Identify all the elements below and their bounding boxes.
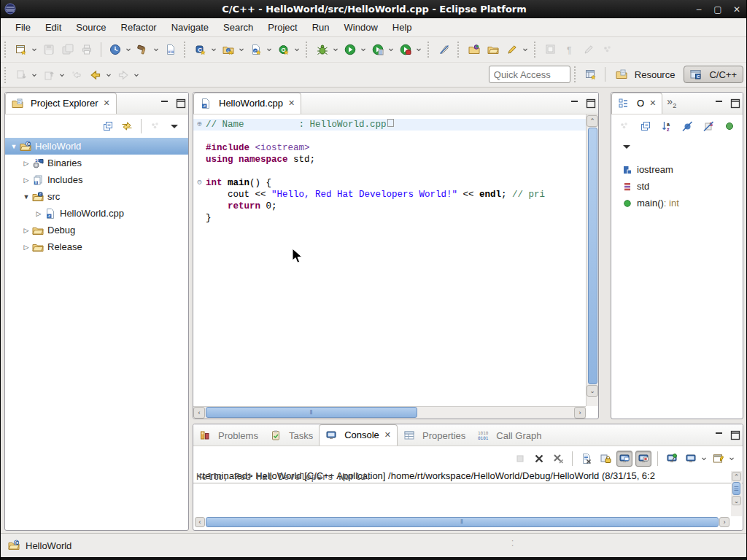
new-c-file-button[interactable]: c	[248, 42, 264, 58]
fold-marker-icon[interactable]: ⊕	[193, 119, 206, 131]
menu-source[interactable]: Source	[69, 20, 113, 35]
dropdown-chevron-icon[interactable]	[125, 42, 132, 58]
collapse-twisty-icon[interactable]: ▼	[20, 193, 32, 201]
dropdown-chevron-icon[interactable]	[105, 67, 112, 83]
edit-pen-button[interactable]	[581, 42, 597, 58]
dots-button[interactable]	[617, 118, 632, 134]
print-button[interactable]	[79, 42, 95, 58]
minimize-view-icon[interactable]	[569, 98, 578, 106]
code-line[interactable]: ⊖int main() {	[193, 177, 586, 189]
minimize-view-icon[interactable]	[713, 429, 722, 438]
tree-item-release[interactable]: ▷Release	[5, 238, 188, 255]
open-perspective-button[interactable]	[583, 66, 599, 82]
tree-item-binaries[interactable]: ▷10Binaries	[5, 155, 188, 171]
profile-button[interactable]	[107, 42, 123, 58]
remove-launch-button[interactable]	[531, 451, 547, 467]
dropdown-chevron-icon[interactable]	[700, 451, 708, 467]
dropdown-chevron-icon[interactable]	[728, 451, 735, 467]
tree-item-src[interactable]: ▼csrc	[5, 188, 188, 205]
dropdown-chevron-icon[interactable]	[266, 42, 273, 58]
toolbar-handle[interactable]	[457, 42, 461, 58]
console-horizontal-scrollbar[interactable]: ‹ ⦀ ›	[195, 517, 729, 529]
dropdown-chevron-icon[interactable]	[238, 42, 245, 58]
code-editor[interactable]: ⊕// Name : HelloWorld.cpp#include <iostr…	[193, 114, 586, 406]
run-history-button[interactable]	[370, 42, 386, 58]
hide-static-button[interactable]: S	[701, 118, 716, 134]
link-editor-button[interactable]	[119, 118, 135, 134]
outline-item-std[interactable]: std	[611, 178, 743, 195]
close-icon[interactable]: ✕	[288, 98, 295, 108]
collapse-all-button[interactable]	[638, 118, 654, 134]
editor-vertical-scrollbar[interactable]: ⌃ ⌄	[586, 114, 598, 406]
minimize-view-icon[interactable]	[159, 98, 168, 106]
last-edit-button[interactable]	[69, 67, 85, 83]
code-line[interactable]: using namespace std;	[193, 154, 586, 166]
minimize-window-icon[interactable]: –	[694, 4, 704, 15]
code-line[interactable]: return 0;	[193, 201, 586, 212]
scroll-right-icon[interactable]: ›	[719, 517, 729, 527]
perspective-resource[interactable]: Resource	[610, 66, 681, 83]
binary-doc-button[interactable]: 010	[163, 42, 179, 58]
scroll-right-icon[interactable]: ›	[574, 407, 586, 419]
open-resource-button[interactable]	[485, 42, 501, 58]
new-cpp-project-button[interactable]: G	[276, 42, 292, 58]
toolbar-handle[interactable]	[427, 42, 431, 58]
expand-twisty-icon[interactable]: ▷	[20, 160, 32, 167]
sort-az-button[interactable]: az	[659, 118, 674, 134]
open-element-button[interactable]	[466, 42, 482, 58]
clear-console-button[interactable]	[578, 451, 595, 467]
quick-access-input[interactable]	[489, 66, 570, 83]
maximize-view-icon[interactable]	[585, 98, 594, 106]
collapse-twisty-icon[interactable]: ▼	[8, 143, 20, 150]
tab-problems[interactable]: Problems	[193, 426, 264, 446]
toolbar-handle[interactable]	[4, 67, 8, 83]
dropdown-chevron-icon[interactable]	[387, 42, 395, 58]
open-console-button[interactable]	[711, 451, 727, 467]
dots-button[interactable]	[600, 42, 616, 58]
scroll-lock-button[interactable]	[597, 451, 614, 467]
console-output[interactable]: Hello, Red Hat Developers World!	[193, 471, 731, 516]
menu-refactor[interactable]: Refactor	[114, 20, 164, 35]
toolbar-handle[interactable]	[4, 42, 8, 58]
save-all-button[interactable]	[60, 42, 76, 58]
dropdown-chevron-icon[interactable]	[31, 67, 38, 83]
outline-item-iostream[interactable]: iostream	[611, 161, 743, 178]
menu-search[interactable]: Search	[216, 20, 260, 35]
collapse-all-button[interactable]	[100, 118, 116, 134]
dropdown-chevron-icon[interactable]	[360, 42, 367, 58]
show-stdout-button[interactable]	[616, 451, 632, 467]
run-button[interactable]	[342, 42, 358, 58]
scrollbar-thumb[interactable]: ⦀	[206, 407, 417, 418]
scroll-left-icon[interactable]: ‹	[193, 407, 205, 419]
dropdown-chevron-icon[interactable]	[152, 42, 160, 58]
menu-file[interactable]: File	[8, 20, 38, 35]
new-c-folder-button[interactable]: c	[220, 42, 236, 58]
dropdown-chevron-icon[interactable]	[31, 42, 38, 58]
toolbar-handle[interactable]	[184, 42, 187, 58]
menu-project[interactable]: Project	[260, 20, 304, 35]
scroll-up-icon[interactable]: ⌃	[587, 115, 598, 127]
scroll-down-icon[interactable]: ⌄	[732, 496, 741, 505]
perspective-c-c-[interactable]: CC/C++	[684, 66, 743, 83]
scrollbar-thumb[interactable]	[588, 128, 597, 384]
build-hammer-button[interactable]	[135, 42, 151, 58]
close-icon[interactable]: ✕	[649, 98, 656, 108]
fold-marker-icon[interactable]: ⊖	[193, 177, 206, 189]
view-menu-button[interactable]	[166, 118, 182, 134]
dropdown-chevron-icon[interactable]	[133, 67, 140, 83]
toolbar-handle[interactable]	[574, 66, 578, 82]
dropdown-chevron-icon[interactable]	[415, 42, 422, 58]
scroll-down-icon[interactable]: ⌄	[587, 385, 598, 397]
annotate-pen-button[interactable]	[504, 42, 520, 58]
new-wizard-button[interactable]	[13, 42, 29, 58]
sash-handle[interactable]: ⁚	[511, 540, 514, 548]
tree-item-helloworld[interactable]: ▼CHelloWorld	[5, 138, 188, 155]
toolbar-handle[interactable]	[534, 42, 538, 58]
dots-button[interactable]	[147, 118, 163, 134]
expand-twisty-icon[interactable]: ▷	[33, 210, 44, 217]
tab-call-graph[interactable]: 10100101Call Graph	[471, 426, 547, 446]
code-line[interactable]: ⊕// Name : HelloWorld.cpp	[193, 119, 586, 131]
code-line[interactable]	[193, 131, 586, 142]
search-doc-button[interactable]	[543, 42, 559, 58]
menu-window[interactable]: Window	[337, 20, 385, 35]
